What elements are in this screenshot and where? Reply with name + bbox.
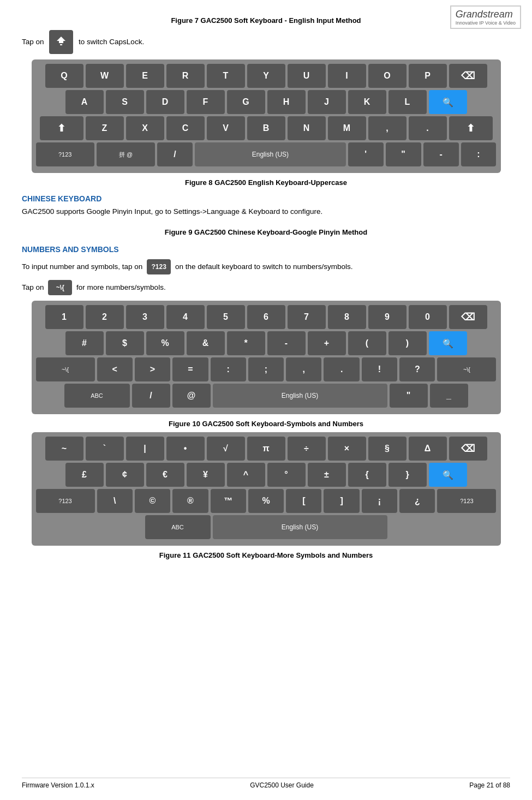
key-search-more[interactable]: 🔍 bbox=[429, 463, 467, 487]
key-minus[interactable]: - bbox=[267, 331, 306, 355]
key-k[interactable]: K bbox=[348, 90, 386, 114]
more-backspace[interactable]: ⌫ bbox=[449, 437, 487, 461]
key-num-toggle-more-right[interactable]: ?123 bbox=[437, 489, 496, 513]
key-t[interactable]: T bbox=[207, 64, 245, 88]
key-caret[interactable]: ^ bbox=[227, 463, 265, 487]
key-o[interactable]: O bbox=[368, 64, 407, 88]
key-w[interactable]: W bbox=[86, 64, 124, 88]
key-4[interactable]: 4 bbox=[166, 305, 205, 329]
key-yen[interactable]: ¥ bbox=[187, 463, 225, 487]
key-tilde[interactable]: ~ bbox=[45, 437, 83, 461]
key-shift-left[interactable]: ⬆ bbox=[40, 116, 83, 140]
key-dash[interactable]: - bbox=[423, 142, 459, 166]
key-amp[interactable]: & bbox=[187, 331, 225, 355]
key-star[interactable]: * bbox=[227, 331, 265, 355]
key-comma2[interactable]: , bbox=[286, 357, 321, 381]
key-degree[interactable]: ° bbox=[267, 463, 306, 487]
key-dot2[interactable]: . bbox=[324, 357, 359, 381]
key-gt[interactable]: > bbox=[135, 357, 170, 381]
key-m[interactable]: M bbox=[328, 116, 366, 140]
key-sqrt[interactable]: √ bbox=[207, 437, 245, 461]
key-v[interactable]: V bbox=[207, 116, 245, 140]
key-times[interactable]: × bbox=[328, 437, 366, 461]
key-lt[interactable]: < bbox=[97, 357, 133, 381]
key-backspace[interactable]: ⌫ bbox=[449, 64, 487, 88]
key-dollar[interactable]: $ bbox=[106, 331, 144, 355]
key-copyright[interactable]: © bbox=[135, 489, 170, 513]
key-pound[interactable]: £ bbox=[65, 463, 104, 487]
key-rparen[interactable]: ) bbox=[388, 331, 427, 355]
key-rbrace[interactable]: } bbox=[388, 463, 427, 487]
key-u[interactable]: U bbox=[288, 64, 326, 88]
key-p[interactable]: P bbox=[409, 64, 447, 88]
key-slash2[interactable]: / bbox=[132, 384, 170, 408]
key-more-sym-left[interactable]: ~\{ bbox=[36, 357, 95, 381]
key-pinyin[interactable]: 拼 @ bbox=[97, 142, 155, 166]
key-3[interactable]: 3 bbox=[126, 305, 164, 329]
key-space-sym[interactable]: English (US) bbox=[213, 384, 387, 408]
key-quest[interactable]: ? bbox=[399, 357, 435, 381]
key-abc[interactable]: ABC bbox=[64, 384, 130, 408]
key-colon[interactable]: : bbox=[461, 142, 497, 166]
key-percent[interactable]: % bbox=[146, 331, 184, 355]
key-x[interactable]: X bbox=[126, 116, 164, 140]
key-lbracket[interactable]: [ bbox=[286, 489, 321, 513]
key-semi[interactable]: ; bbox=[248, 357, 284, 381]
key-iexcl[interactable]: ¡ bbox=[362, 489, 397, 513]
sym-backspace[interactable]: ⌫ bbox=[449, 305, 487, 329]
key-trademark[interactable]: ™ bbox=[211, 489, 246, 513]
key-plusminus[interactable]: ± bbox=[308, 463, 346, 487]
key-underscore[interactable]: _ bbox=[430, 384, 468, 408]
key-rbracket[interactable]: ] bbox=[324, 489, 359, 513]
key-euro[interactable]: € bbox=[146, 463, 184, 487]
key-search-sym[interactable]: 🔍 bbox=[429, 331, 467, 355]
key-registered[interactable]: ® bbox=[172, 489, 208, 513]
key-2[interactable]: 2 bbox=[86, 305, 124, 329]
key-slash[interactable]: / bbox=[157, 142, 193, 166]
key-at[interactable]: @ bbox=[172, 384, 211, 408]
key-comma[interactable]: , bbox=[368, 116, 407, 140]
key-colon2[interactable]: : bbox=[211, 357, 246, 381]
key-abc-more[interactable]: ABC bbox=[145, 515, 211, 539]
key-r[interactable]: R bbox=[166, 64, 205, 88]
key-5[interactable]: 5 bbox=[207, 305, 245, 329]
key-period[interactable]: . bbox=[409, 116, 447, 140]
key-6[interactable]: 6 bbox=[247, 305, 285, 329]
key-apostrophe[interactable]: ' bbox=[348, 142, 384, 166]
key-i[interactable]: I bbox=[328, 64, 366, 88]
key-pipe[interactable]: | bbox=[126, 437, 164, 461]
key-section[interactable]: § bbox=[368, 437, 407, 461]
key-z[interactable]: Z bbox=[86, 116, 124, 140]
key-l[interactable]: L bbox=[388, 90, 427, 114]
key-f[interactable]: F bbox=[187, 90, 225, 114]
key-7[interactable]: 7 bbox=[288, 305, 326, 329]
key-c[interactable]: C bbox=[166, 116, 205, 140]
key-1[interactable]: 1 bbox=[45, 305, 83, 329]
key-quote[interactable]: " bbox=[386, 142, 421, 166]
key-0[interactable]: 0 bbox=[409, 305, 447, 329]
key-plus[interactable]: + bbox=[308, 331, 346, 355]
key-more-sym-right[interactable]: ~\{ bbox=[437, 357, 496, 381]
key-lbrace[interactable]: { bbox=[348, 463, 386, 487]
key-shift-right[interactable]: ⬆ bbox=[449, 116, 493, 140]
key-h[interactable]: H bbox=[267, 90, 306, 114]
key-y[interactable]: Y bbox=[247, 64, 285, 88]
key-eq[interactable]: = bbox=[172, 357, 208, 381]
key-div[interactable]: ÷ bbox=[288, 437, 326, 461]
key-pi[interactable]: π bbox=[247, 437, 285, 461]
key-percent2[interactable]: % bbox=[248, 489, 284, 513]
key-iquest[interactable]: ¿ bbox=[399, 489, 435, 513]
key-a[interactable]: A bbox=[65, 90, 104, 114]
key-excl[interactable]: ! bbox=[362, 357, 397, 381]
key-bullet[interactable]: • bbox=[166, 437, 205, 461]
key-search-en[interactable]: 🔍 bbox=[429, 90, 467, 114]
key-9[interactable]: 9 bbox=[368, 305, 407, 329]
key-g[interactable]: G bbox=[227, 90, 265, 114]
key-e[interactable]: E bbox=[126, 64, 164, 88]
key-space-more[interactable]: English (US) bbox=[213, 515, 387, 539]
key-space[interactable]: English (US) bbox=[195, 142, 346, 166]
key-cent[interactable]: ¢ bbox=[106, 463, 144, 487]
key-j[interactable]: J bbox=[308, 90, 346, 114]
key-num-toggle[interactable]: ?123 bbox=[36, 142, 94, 166]
key-d[interactable]: D bbox=[146, 90, 184, 114]
